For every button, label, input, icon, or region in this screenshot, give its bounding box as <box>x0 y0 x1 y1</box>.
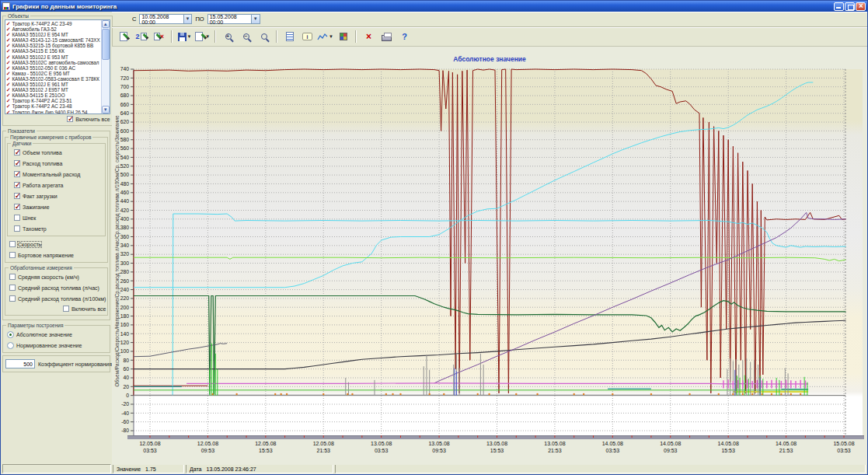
to-date-combo[interactable]: 15.05.2008 00:00 ▼ <box>207 14 260 24</box>
list-item[interactable]: ✓КАМАЗ 55102 J Е957 МТ <box>6 87 100 93</box>
radio-button[interactable] <box>7 342 14 349</box>
build-chart-icon[interactable] <box>115 29 131 44</box>
y-tick-label: 680 <box>120 93 130 98</box>
checkbox-label: Тахометр <box>23 226 47 232</box>
objects-scrollbar[interactable]: ▲ ▼ <box>101 20 110 114</box>
checkbox[interactable] <box>9 274 16 280</box>
checkbox-row[interactable]: Зажигание <box>9 201 103 212</box>
list-item[interactable]: ✓Автомобиль ГАЗ-52 <box>6 26 100 32</box>
checkbox-row[interactable]: Работа агрегата <box>9 180 103 190</box>
checkbox-row[interactable]: Средний расход топлива (л/час) <box>7 282 106 293</box>
chevron-down-icon[interactable]: ▼ <box>183 15 192 23</box>
checkbox-row[interactable]: Моментальный расход <box>9 169 103 180</box>
list-item[interactable]: ✓КАМАЗ 55102J Е 953 МТ <box>6 54 100 60</box>
x-tick-label: 13.05.0815:53 <box>486 441 507 453</box>
checkbox[interactable] <box>14 171 20 177</box>
list-item[interactable]: ✓Трактор Джон Дир 9400 ЕН 26 54 <box>6 110 100 115</box>
checkbox-row[interactable]: Расход топлива <box>9 158 103 169</box>
list-item[interactable]: ✓Камаз - 55102С Е 956 МТ <box>6 71 100 76</box>
orange-dots <box>612 393 613 395</box>
minimize-button[interactable] <box>834 2 844 11</box>
close-button[interactable] <box>856 2 866 11</box>
checkbox[interactable] <box>14 215 20 221</box>
checkbox[interactable] <box>14 182 20 188</box>
hint-icon[interactable]: i <box>299 29 315 44</box>
restore-button[interactable] <box>845 2 855 11</box>
zoom-in-icon[interactable]: + <box>220 29 236 44</box>
checkbox[interactable] <box>14 160 20 166</box>
rebuild-chart-icon[interactable]: 2 <box>133 29 149 44</box>
list-item-label: КАМАЗ-54115 Е 251ОО <box>12 93 64 98</box>
checkbox[interactable] <box>9 295 16 302</box>
list-item[interactable]: ✓КАМАЗ 55102-050 Е 036 АС <box>6 65 100 71</box>
checkbox[interactable] <box>9 241 16 247</box>
checkbox-row[interactable]: Тахометр <box>9 223 103 234</box>
list-item[interactable]: ✓КАМАЗ-55102-0583-самосвал Е 378КК <box>6 76 100 82</box>
chart-area[interactable]: -80-60-40-200204060801001201401601802002… <box>112 47 867 465</box>
checkbox-row[interactable]: Бортовое напряжение <box>7 250 106 260</box>
list-item-label: Трактор К-744Р2 АС 23-49 <box>12 21 71 26</box>
objects-list[interactable]: ▲ ▼ ✓Трактор К-744Р2 АС 23-49✓Автомобиль… <box>5 19 110 114</box>
scroll-up-icon[interactable]: ▲ <box>102 20 110 28</box>
list-item[interactable]: ✓КАМАЗ 45143-12-15 самосвалЕ 743ХХ <box>6 37 100 43</box>
chevron-down-icon[interactable]: ▼ <box>329 34 333 39</box>
chart-type-icon[interactable]: ▼ <box>317 29 333 44</box>
delete-icon[interactable]: × <box>361 29 377 44</box>
list-item[interactable]: ✓КАМАЗ 55102J Е 961 МТ <box>6 82 100 87</box>
checkbox-row[interactable]: Скорость <box>7 239 106 250</box>
scroll-down-icon[interactable]: ▼ <box>102 106 110 114</box>
from-date-combo[interactable]: 10.05.2008 00:00 ▼ <box>139 14 192 24</box>
orange-dots <box>280 393 281 395</box>
list-item[interactable]: ✓Трактор К-744Р2 АС 23-51 <box>6 98 100 103</box>
list-item[interactable]: ✓КАМАЗ 55102J Е 954 МТ <box>6 32 100 37</box>
save-icon[interactable]: ▼ <box>176 29 193 44</box>
clear-chart-icon[interactable]: × <box>151 29 167 44</box>
orange-dots <box>351 393 353 395</box>
orange-dots <box>771 393 772 395</box>
radio-row[interactable]: Абсолютное значение <box>5 329 108 340</box>
chart-svg[interactable]: -80-60-40-200204060801001201401601802002… <box>112 47 868 465</box>
checkbox[interactable] <box>9 285 16 291</box>
include-all-indicators-checkbox[interactable] <box>63 306 69 312</box>
include-all-objects-checkbox[interactable] <box>67 116 73 122</box>
sensors-group: Датчики Объем топливаРасход топливаМомен… <box>7 141 106 236</box>
coefficient-input[interactable] <box>5 359 35 368</box>
checkbox-row[interactable]: Средний расход топлива (л/100км) <box>7 293 106 304</box>
chevron-down-icon[interactable]: ▼ <box>187 34 192 39</box>
checkbox[interactable] <box>14 225 20 232</box>
palette-icon[interactable] <box>335 29 351 44</box>
print-icon[interactable] <box>378 29 395 44</box>
list-item[interactable]: ✓Трактор К-744Р2 АС 23-48 <box>6 103 100 109</box>
y-tick-label: 360 <box>120 234 130 239</box>
checkbox-row[interactable]: Шнек <box>9 212 103 223</box>
x-tick-label: 14.05.0815:53 <box>718 441 739 453</box>
checkbox[interactable] <box>14 149 20 155</box>
check-icon: ✓ <box>6 93 10 98</box>
checkbox[interactable] <box>9 252 16 258</box>
radio-button[interactable] <box>7 331 14 338</box>
report-icon[interactable] <box>281 29 298 44</box>
window-title: Графики по данным мониторинга <box>12 3 833 10</box>
list-item[interactable]: ✓КАМАЗ-53215-15 бортовой К855 ВВ <box>6 43 100 48</box>
zoom-reset-icon[interactable] <box>256 29 272 44</box>
radio-row[interactable]: Нормированное значение <box>5 340 108 351</box>
y-tick-label: 180 <box>120 313 130 319</box>
scroll-thumb[interactable] <box>102 29 110 60</box>
checkbox-row[interactable]: Объем топлива <box>9 147 103 158</box>
list-item-label: КАМАЗ-55102С автомобиль-самосвал <box>12 60 99 65</box>
checkbox-row[interactable]: Средняя скорость (км/ч) <box>7 271 106 282</box>
y-tick-label: 500 <box>120 172 130 177</box>
copy-chart-icon[interactable]: ▼ <box>194 29 211 44</box>
checkbox[interactable] <box>14 204 20 210</box>
checkbox[interactable] <box>14 193 20 199</box>
list-item[interactable]: ✓Трактор К-744Р2 АС 23-49 <box>6 21 100 26</box>
list-item[interactable]: ✓КАМАЗ-54115 Е 156 КК <box>6 48 100 54</box>
list-item[interactable]: ✓КАМАЗ-55102С автомобиль-самосвал <box>6 60 100 65</box>
zoom-out-icon[interactable]: − <box>238 29 254 44</box>
orange-dots <box>688 393 690 395</box>
chevron-down-icon[interactable]: ▼ <box>251 15 260 23</box>
help-icon[interactable]: ? <box>396 29 413 44</box>
checkbox-row[interactable]: Факт загрузки <box>9 190 103 201</box>
list-item[interactable]: ✓КАМАЗ-54115 Е 251ОО <box>6 93 100 98</box>
y-tick-label: 460 <box>120 190 130 195</box>
